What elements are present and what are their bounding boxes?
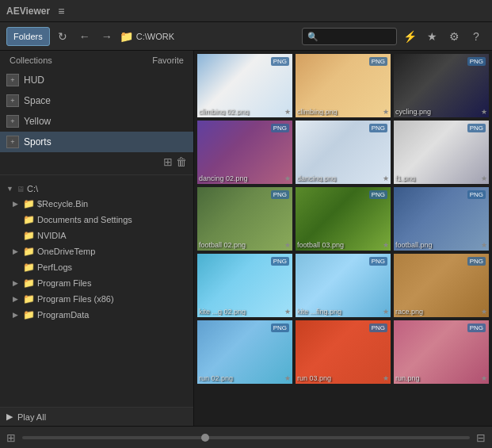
- star-f1[interactable]: ★: [481, 174, 487, 182]
- folder-icon: 📁: [23, 214, 35, 225]
- tree-label-onedrive: OneDriveTemp: [37, 247, 95, 256]
- star-race[interactable]: ★: [481, 308, 487, 316]
- tree-item-root[interactable]: ▼ 🖥 C:\: [0, 182, 193, 196]
- star-dancing[interactable]: ★: [383, 174, 389, 182]
- grid-item-race[interactable]: PNGrace.png★: [394, 254, 489, 317]
- collection-label-yellow: Yellow: [24, 116, 51, 127]
- grid-item-kite02[interactable]: PNGkite ...g 02.png★: [197, 254, 292, 317]
- trash-action-button[interactable]: 🗑: [176, 155, 187, 168]
- folders-button[interactable]: Folders: [6, 27, 50, 46]
- play-icon: ▶: [6, 412, 13, 422]
- tree-item-programfiles[interactable]: ▶ 📁 Program Files: [0, 275, 193, 291]
- forward-button[interactable]: →: [97, 27, 116, 46]
- star-dancing02[interactable]: ★: [284, 174, 291, 182]
- tree-item-programdata[interactable]: ▶ 📁 ProgramData: [0, 307, 193, 323]
- tree-item-recycle[interactable]: ▶ 📁 $Recycle.Bin: [0, 196, 193, 212]
- lightning-icon[interactable]: ⚡: [400, 27, 419, 46]
- badge-dancing02: PNG: [271, 124, 289, 132]
- gear-icon[interactable]: ⚙: [444, 27, 463, 46]
- badge-dancing: PNG: [369, 124, 387, 132]
- folder-icon: 📁: [23, 262, 35, 273]
- grid-item-run02[interactable]: PNGrun 02.png★: [197, 320, 292, 384]
- badge-f1: PNG: [467, 124, 486, 132]
- grid-item-run03[interactable]: PNGrun 03.png★: [296, 320, 391, 384]
- star-football03[interactable]: ★: [383, 241, 389, 249]
- grid-item-climbing02[interactable]: PNGclimbing 02.png★: [197, 54, 292, 117]
- star-climbing02[interactable]: ★: [284, 108, 291, 116]
- grid-item-kite[interactable]: PNGkite ...fing.png★: [296, 254, 391, 317]
- toolbar-right: ⚡ ★ ⚙ ?: [400, 27, 486, 46]
- grid-item-dancing[interactable]: PNGdancing.png★: [296, 121, 391, 184]
- star-kite[interactable]: ★: [383, 308, 389, 316]
- star-icon[interactable]: ★: [422, 27, 441, 46]
- chevron-right-icon: ▶: [13, 247, 21, 255]
- folder-icon: 📁: [23, 246, 35, 257]
- badge-kite: PNG: [369, 257, 387, 266]
- grid-item-cycling[interactable]: PNGcycling.png★: [394, 54, 489, 117]
- image-grid: PNGclimbing 02.png★PNGclimbing.png★PNGcy…: [197, 54, 489, 384]
- grid-item-dancing02[interactable]: PNGdancing 02.png★: [197, 121, 292, 184]
- badge-cycling: PNG: [467, 57, 486, 66]
- label-cycling: cycling.png: [395, 108, 476, 116]
- label-football02: football 02.png: [199, 241, 280, 249]
- star-football02[interactable]: ★: [284, 241, 291, 249]
- collection-label-sports: Sports: [24, 136, 51, 147]
- grid-item-football03[interactable]: PNGfootball 03.png★: [296, 187, 391, 251]
- help-icon[interactable]: ?: [467, 27, 486, 46]
- layout-icon[interactable]: ⊟: [476, 431, 486, 444]
- label-run02: run 02.png: [199, 374, 280, 382]
- star-run[interactable]: ★: [481, 374, 487, 382]
- grid-item-football[interactable]: PNGfootball.png★: [394, 187, 489, 251]
- collection-icon-hud: +: [6, 74, 19, 86]
- tree-label-perflogs: PerfLogs: [37, 262, 72, 272]
- zoom-slider[interactable]: [22, 436, 470, 439]
- star-football[interactable]: ★: [481, 241, 487, 249]
- favorite-label: Favorite: [152, 56, 184, 65]
- collection-icon-space: +: [6, 94, 19, 107]
- tree-item-perflogs[interactable]: 📁 PerfLogs: [0, 259, 193, 275]
- collection-item-yellow[interactable]: + Yellow: [0, 111, 193, 132]
- search-input[interactable]: [302, 28, 397, 45]
- folder-icon: 📁: [23, 309, 35, 320]
- grid-item-run[interactable]: PNGrun.png★: [394, 320, 489, 384]
- badge-football02: PNG: [271, 190, 289, 199]
- grid-action-button[interactable]: ⊞: [163, 155, 173, 168]
- back-button[interactable]: ←: [75, 27, 94, 46]
- menu-icon[interactable]: ≡: [58, 5, 64, 17]
- folder-icon: 📁: [23, 230, 35, 241]
- tree-item-onedrive[interactable]: ▶ 📁 OneDriveTemp: [0, 243, 193, 259]
- badge-run02: PNG: [271, 324, 289, 332]
- tree-item-programfilesx86[interactable]: ▶ 📁 Program Files (x86): [0, 291, 193, 307]
- grid-item-football02[interactable]: PNGfootball 02.png★: [197, 187, 292, 251]
- star-run03[interactable]: ★: [383, 374, 389, 382]
- label-race: race.png: [395, 308, 476, 316]
- folder-icon: 📁: [23, 293, 35, 304]
- star-kite02[interactable]: ★: [284, 308, 291, 316]
- file-tree: ▼ 🖥 C:\ ▶ 📁 $Recycle.Bin 📁 Documents and…: [0, 178, 193, 326]
- grid-item-f1[interactable]: PNGf1.png★: [394, 121, 489, 184]
- refresh-button[interactable]: ↻: [53, 27, 72, 46]
- sidebar: Collections Favorite + HUD + Space + Yel…: [0, 51, 194, 426]
- collections-header: Collections Favorite: [0, 51, 193, 70]
- collection-item-hud[interactable]: + HUD: [0, 70, 193, 90]
- star-cycling[interactable]: ★: [481, 108, 487, 116]
- grid-view-icon[interactable]: ⊞: [6, 431, 16, 444]
- star-run02[interactable]: ★: [284, 374, 291, 382]
- label-f1: f1.png: [395, 174, 476, 182]
- collections-label: Collections: [10, 56, 52, 65]
- label-kite02: kite ...g 02.png: [199, 308, 280, 316]
- path-folder-icon: 📁: [120, 30, 133, 43]
- collection-icon-yellow: +: [6, 115, 19, 128]
- sidebar-divider: [0, 174, 193, 175]
- grid-item-climbing[interactable]: PNGclimbing.png★: [296, 54, 391, 117]
- tree-item-documents[interactable]: 📁 Documents and Settings: [0, 212, 193, 228]
- star-climbing[interactable]: ★: [383, 108, 389, 116]
- tree-item-nvidia[interactable]: 📁 NVIDIA: [0, 228, 193, 243]
- tree-label-root: C:\: [27, 184, 38, 193]
- tree-label-nvidia: NVIDIA: [37, 231, 67, 240]
- collection-icon-sports: +: [6, 136, 19, 148]
- collection-item-space[interactable]: + Space: [0, 90, 193, 111]
- play-all-bar[interactable]: ▶ Play All: [0, 407, 193, 426]
- label-dancing: dancing.png: [297, 174, 378, 182]
- collection-item-sports[interactable]: + Sports: [0, 132, 193, 152]
